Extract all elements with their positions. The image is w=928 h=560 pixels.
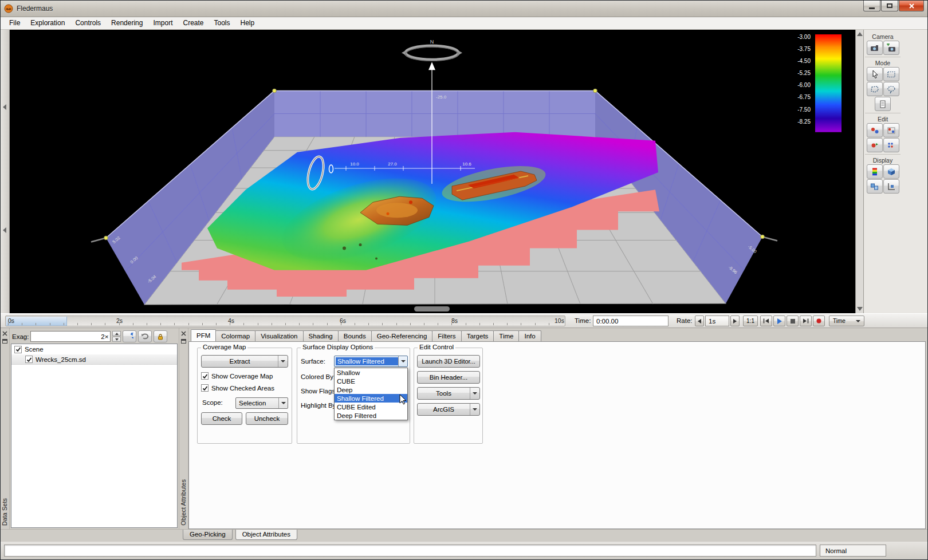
extract-dropdown-button[interactable]: Extract	[201, 355, 288, 368]
rate-value-box[interactable]: 1s	[705, 316, 729, 326]
reset-view-button[interactable]	[123, 330, 136, 342]
menu-import[interactable]: Import	[148, 17, 178, 29]
datasets-side-tab[interactable]: Data Sets	[1, 498, 8, 526]
edit-flag-button[interactable]	[867, 138, 883, 152]
exag-spinner[interactable]	[112, 331, 121, 342]
float-panel-button[interactable]	[2, 339, 7, 344]
menu-create[interactable]: Create	[178, 17, 209, 29]
tab-time[interactable]: Time	[493, 330, 519, 341]
tab-visualization[interactable]: Visualization	[255, 330, 303, 341]
stop-button[interactable]	[787, 316, 799, 326]
chevron-down-icon[interactable]	[470, 404, 479, 415]
close-panel-button[interactable]	[180, 330, 187, 337]
scene-checkbox[interactable]	[14, 346, 22, 353]
scope-combobox[interactable]: Selection	[235, 397, 288, 409]
option-deep-filtered[interactable]: Deep Filtered	[335, 411, 407, 420]
close-panel-button[interactable]	[2, 330, 8, 337]
spin-up-button[interactable]	[112, 331, 121, 336]
display-dual-button[interactable]	[867, 179, 883, 194]
undo-button[interactable]	[138, 330, 152, 342]
collapse-arrow-icon[interactable]	[3, 104, 6, 110]
close-button[interactable]	[899, 1, 924, 11]
tab-geo-referencing[interactable]: Geo-Referencing	[371, 330, 433, 341]
display-axes-button[interactable]	[883, 179, 899, 194]
tab-shading[interactable]: Shading	[303, 330, 339, 341]
compass-ring[interactable]: N	[402, 39, 462, 61]
viewport-drag-handle[interactable]	[414, 306, 450, 311]
chevron-down-icon[interactable]	[278, 356, 288, 367]
rate-increase-button[interactable]	[730, 316, 740, 326]
skip-start-button[interactable]	[760, 316, 772, 326]
show-checked-areas-row[interactable]: Show Checked Areas	[201, 384, 274, 392]
option-deep[interactable]: Deep	[335, 385, 407, 394]
mode-marquee-button[interactable]	[883, 67, 899, 81]
viewport-3d[interactable]: -25.0 10.0 27.0 10.6 N 5.02 0.00	[10, 30, 855, 313]
mode-select-button[interactable]	[867, 67, 883, 81]
show-checked-areas-checkbox[interactable]	[201, 384, 209, 392]
chevron-down-icon[interactable]	[470, 388, 479, 399]
arcgis-dropdown-button[interactable]: ArcGIS	[417, 403, 480, 416]
option-cube-edited[interactable]: CUBE Edited	[335, 403, 407, 411]
mode-profile-button[interactable]	[875, 97, 891, 111]
show-coverage-map-checkbox[interactable]	[201, 372, 209, 380]
menu-help[interactable]: Help	[235, 17, 260, 29]
display-colormap-button[interactable]	[867, 164, 883, 179]
menu-tools[interactable]: Tools	[209, 17, 235, 29]
tab-pfm[interactable]: PFM	[191, 329, 216, 341]
attributes-side-tab[interactable]: Object Attributes	[180, 479, 187, 526]
launch-3d-editor-button[interactable]: Launch 3D Editor...	[417, 355, 480, 368]
tools-dropdown-button[interactable]: Tools	[417, 387, 480, 400]
menu-file[interactable]: File	[4, 17, 25, 29]
float-panel-button[interactable]	[181, 339, 186, 344]
tab-info[interactable]: Info	[518, 330, 541, 341]
chevron-down-icon[interactable]	[398, 356, 407, 366]
scroll-up-icon[interactable]	[857, 32, 863, 36]
spin-down-button[interactable]	[112, 337, 121, 342]
titlebar[interactable]: Fledermaus	[1, 1, 927, 17]
edit-points-button[interactable]	[867, 123, 883, 137]
maximize-button[interactable]	[881, 1, 898, 11]
record-button[interactable]	[813, 316, 825, 326]
collapse-arrow-icon[interactable]	[3, 227, 6, 233]
option-shallow-filtered[interactable]: Shallow Filtered	[335, 394, 407, 403]
option-cube[interactable]: CUBE	[335, 377, 407, 385]
menu-rendering[interactable]: Rendering	[106, 17, 148, 29]
tab-object-attributes[interactable]: Object Attributes	[235, 530, 297, 540]
edit-area-button[interactable]	[883, 123, 899, 137]
scroll-down-icon[interactable]	[857, 307, 863, 311]
wrecks-checkbox[interactable]	[25, 356, 33, 363]
menu-exploration[interactable]: Exploration	[25, 17, 70, 29]
tree-row-wrecks[interactable]: Wrecks_25cm.sd	[11, 354, 177, 365]
check-button[interactable]: Check	[201, 412, 242, 425]
uncheck-button[interactable]: Uncheck	[246, 412, 288, 425]
exag-input[interactable]: 2×	[30, 331, 111, 342]
mode-lasso-button[interactable]	[883, 82, 899, 96]
chevron-down-icon[interactable]	[278, 398, 288, 408]
rate-decrease-button[interactable]	[695, 316, 704, 326]
camera-capture-button[interactable]	[883, 41, 899, 55]
tab-colormap[interactable]: Colormap	[215, 330, 255, 341]
minimize-button[interactable]	[863, 1, 880, 11]
ratio-button[interactable]: 1:1	[743, 316, 758, 326]
surface-combobox[interactable]: Shallow Filtered	[334, 356, 408, 367]
lock-button[interactable]	[154, 330, 167, 342]
camera-home-button[interactable]	[867, 41, 883, 55]
menu-controls[interactable]: Controls	[70, 17, 106, 29]
left-splitter-strip[interactable]	[1, 30, 10, 313]
tree-row-scene[interactable]: Scene	[11, 344, 177, 354]
scene-tree[interactable]: Scene Wrecks_25cm.sd	[11, 344, 178, 528]
edit-grid-button[interactable]	[883, 138, 899, 152]
mode-polygon-button[interactable]	[867, 82, 883, 96]
option-shallow[interactable]: Shallow	[335, 368, 407, 377]
play-button[interactable]	[773, 316, 785, 326]
time-value-input[interactable]: 0:00.00	[593, 316, 669, 326]
skip-end-button[interactable]	[800, 316, 812, 326]
show-coverage-map-row[interactable]: Show Coverage Map	[201, 372, 273, 380]
timeline-ruler[interactable]: 0s 2s 4s 6s 8s 10s	[5, 316, 565, 326]
tab-targets[interactable]: Targets	[461, 330, 494, 341]
time-mode-dropdown[interactable]: Time	[829, 316, 864, 326]
tab-geo-picking[interactable]: Geo-Picking	[183, 530, 233, 540]
tab-filters[interactable]: Filters	[432, 330, 461, 341]
viewport-scrollbar[interactable]	[855, 30, 863, 313]
display-shaded-button[interactable]	[883, 164, 899, 179]
